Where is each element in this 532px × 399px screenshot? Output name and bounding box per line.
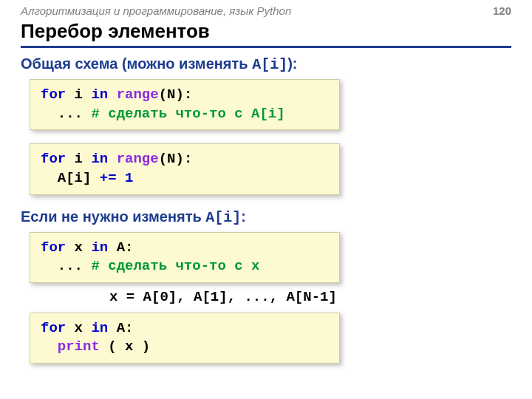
var-x: x bbox=[66, 239, 91, 256]
code-box-2: for i in range(N): A[i] += 1 bbox=[30, 143, 340, 194]
num-1: 1 bbox=[117, 170, 134, 186]
sp bbox=[108, 151, 116, 167]
subtitle-1-code: A[i] bbox=[252, 56, 287, 73]
var-x: x bbox=[66, 320, 91, 336]
kw-for: for bbox=[41, 320, 66, 336]
subtitle-1: Общая схема (можно изменять A[i]): bbox=[21, 55, 511, 73]
annotation-x-values: x = A[0], A[1], ..., A[N-1] bbox=[109, 289, 511, 305]
paren-n: (N): bbox=[159, 151, 193, 167]
subtitle-1-c: ): bbox=[287, 55, 297, 72]
subtitle-2-code: A[i] bbox=[205, 209, 241, 226]
page-number: 120 bbox=[493, 4, 511, 17]
comment-2: # сделать что-то c x bbox=[91, 258, 259, 274]
kw-for: for bbox=[41, 86, 66, 103]
kw-in: in bbox=[91, 239, 108, 256]
comment-1: # сделать что-то c A[i] bbox=[91, 106, 284, 122]
sp bbox=[108, 86, 116, 103]
paren-n: (N): bbox=[159, 86, 193, 103]
slide-title: Перебор элементов bbox=[21, 20, 511, 48]
course-title: Алгоритмизация и программирование, язык … bbox=[21, 4, 291, 17]
fn-range: range bbox=[117, 86, 159, 103]
code-box-3: for x in A: ... # сделать что-то c x bbox=[30, 232, 340, 283]
arr-a: A: bbox=[108, 320, 133, 336]
kw-for: for bbox=[41, 151, 66, 167]
code-box-1: for i in range(N): ... # сделать что-то … bbox=[30, 79, 340, 130]
op-plus-eq: += bbox=[100, 170, 117, 186]
fn-range: range bbox=[117, 151, 159, 167]
slide: Алгоритмизация и программирование, язык … bbox=[0, 0, 532, 399]
subtitle-1-a: Общая схема (можно изменять bbox=[21, 55, 252, 72]
subtitle-2: Если не нужно изменять A[i]: bbox=[21, 208, 511, 226]
arr-a: A: bbox=[108, 239, 133, 256]
var-i: i bbox=[66, 86, 91, 103]
fn-print: print bbox=[58, 338, 100, 355]
subtitle-2-c: : bbox=[241, 208, 246, 225]
ellipsis: ... bbox=[41, 258, 91, 274]
kw-in: in bbox=[91, 151, 108, 167]
indent bbox=[41, 338, 58, 355]
subtitle-2-a: Если не нужно изменять bbox=[21, 208, 205, 225]
ellipsis: ... bbox=[41, 106, 91, 122]
kw-for: for bbox=[41, 239, 66, 256]
paren-x: ( x ) bbox=[100, 338, 150, 355]
var-i: i bbox=[66, 151, 91, 167]
code-box-4: for x in A: print ( x ) bbox=[30, 313, 340, 364]
kw-in: in bbox=[91, 86, 108, 103]
kw-in: in bbox=[91, 320, 108, 336]
header-bar: Алгоритмизация и программирование, язык … bbox=[21, 0, 511, 20]
arr-i: A[i] bbox=[41, 170, 100, 186]
